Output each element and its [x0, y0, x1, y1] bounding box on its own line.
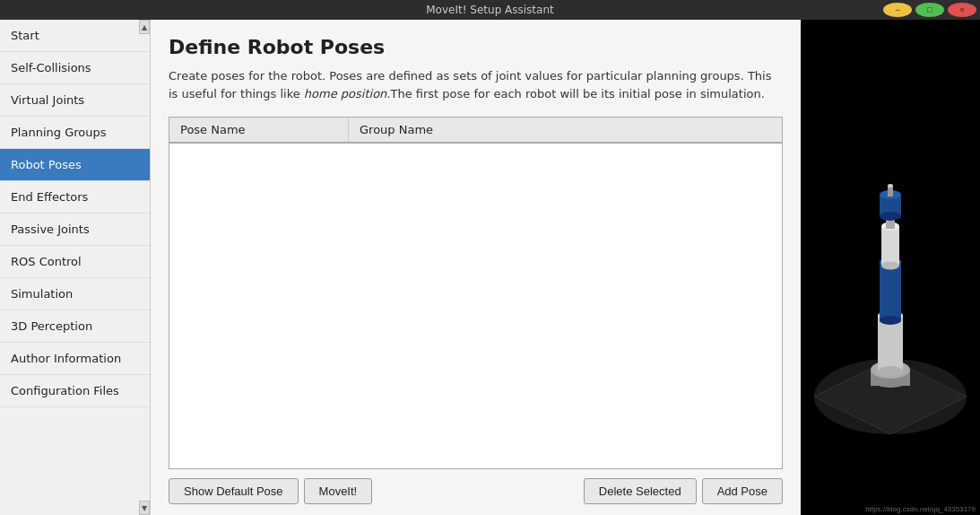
svg-point-14 — [881, 262, 899, 270]
description-text-2: The first pose for each robot will be it… — [390, 87, 764, 100]
svg-point-11 — [880, 316, 901, 325]
svg-text:https://blog.csdn.net/qq_43353: https://blog.csdn.net/qq_43353179 — [865, 505, 976, 513]
viewer-canvas: https://blog.csdn.net/qq_43353179 — [801, 20, 980, 515]
moveit-button[interactable]: MoveIt! — [304, 478, 373, 504]
3d-viewer: https://blog.csdn.net/qq_43353179 — [801, 20, 980, 515]
col-pose-name: Pose Name — [169, 118, 349, 142]
sidebar-item-end-effectors[interactable]: End Effectors — [0, 181, 150, 214]
sidebar-item-author-information[interactable]: Author Information — [0, 343, 150, 375]
col-group-name: Group Name — [349, 118, 782, 142]
robot-svg: https://blog.csdn.net/qq_43353179 — [801, 20, 980, 515]
sidebar-item-start[interactable]: Start — [0, 20, 150, 52]
sidebar-item-simulation[interactable]: Simulation — [0, 278, 150, 310]
main-panel: Define Robot Poses Create poses for the … — [151, 20, 801, 515]
window-controls: − □ × — [883, 3, 976, 17]
svg-rect-9 — [880, 262, 901, 320]
window-title: MoveIt! Setup Assistant — [426, 4, 553, 16]
maximize-button[interactable]: □ — [915, 3, 944, 17]
description: Create poses for the robot. Poses are de… — [169, 67, 783, 102]
svg-point-21 — [888, 184, 893, 188]
minimize-button[interactable]: − — [883, 3, 912, 17]
main-content: ▲ Start Self-Collisions Virtual Joints P… — [0, 20, 980, 515]
svg-rect-12 — [881, 226, 899, 266]
sidebar-item-passive-joints[interactable]: Passive Joints — [0, 214, 150, 246]
show-default-pose-button[interactable]: Show Default Pose — [169, 478, 299, 504]
sidebar-item-virtual-joints[interactable]: Virtual Joints — [0, 84, 150, 117]
sidebar-item-planning-groups[interactable]: Planning Groups — [0, 117, 150, 149]
title-bar: MoveIt! Setup Assistant − □ × — [0, 0, 980, 20]
page-title: Define Robot Poses — [169, 36, 783, 58]
table-header: Pose Name Group Name — [169, 118, 782, 144]
sidebar-item-configuration-files[interactable]: Configuration Files — [0, 375, 150, 407]
poses-table: Pose Name Group Name — [169, 117, 783, 469]
bottom-buttons: Show Default Pose MoveIt! Delete Selecte… — [169, 478, 783, 504]
description-italic: home position. — [304, 87, 391, 100]
sidebar-item-self-collisions[interactable]: Self-Collisions — [0, 52, 150, 84]
sidebar-item-3d-perception[interactable]: 3D Perception — [0, 310, 150, 343]
sidebar-item-robot-poses[interactable]: Robot Poses — [0, 149, 150, 181]
sidebar-scroll-up[interactable]: ▲ — [139, 20, 150, 34]
delete-selected-button[interactable]: Delete Selected — [584, 478, 697, 504]
close-button[interactable]: × — [948, 3, 976, 17]
sidebar: ▲ Start Self-Collisions Virtual Joints P… — [0, 20, 151, 515]
right-buttons: Delete Selected Add Pose — [584, 478, 783, 504]
sidebar-scroll-down[interactable]: ▼ — [139, 501, 150, 515]
sidebar-item-ros-control[interactable]: ROS Control — [0, 246, 150, 278]
svg-point-8 — [878, 366, 903, 377]
svg-point-19 — [880, 212, 901, 221]
add-pose-button[interactable]: Add Pose — [702, 478, 783, 504]
